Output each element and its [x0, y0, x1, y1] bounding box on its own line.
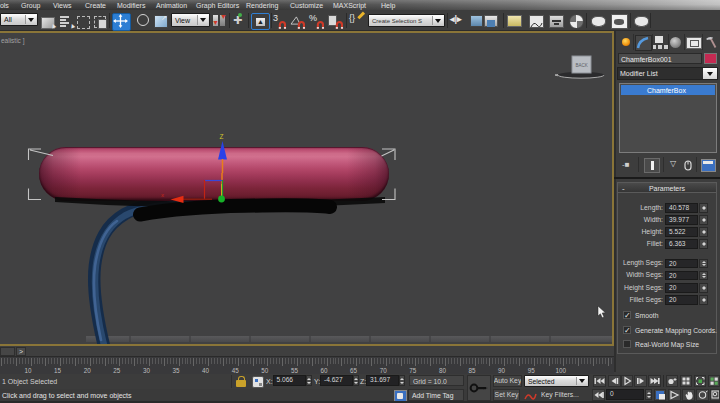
svg-text:Z: Z: [220, 133, 224, 140]
svg-text:x: x: [161, 192, 164, 198]
svg-text:BACK: BACK: [576, 63, 588, 68]
